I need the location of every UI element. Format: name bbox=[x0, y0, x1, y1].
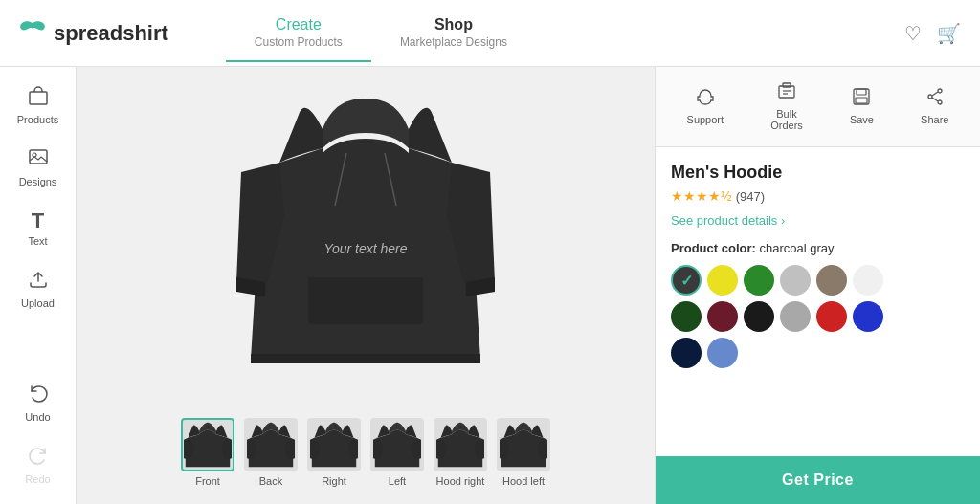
logo: spreadshirt bbox=[19, 19, 168, 48]
thumb-image-4 bbox=[434, 418, 487, 471]
color-swatch-green[interactable] bbox=[744, 265, 774, 296]
thumbnail-left[interactable]: Left bbox=[370, 418, 424, 487]
panel-content: Men's Hoodie ★★★★½ (947) See product det… bbox=[656, 147, 980, 456]
sidebar-item-redo[interactable]: Redo bbox=[0, 436, 76, 494]
products-icon bbox=[28, 86, 49, 110]
tab-shop[interactable]: Shop Marketplace Designs bbox=[371, 5, 536, 62]
undo-icon bbox=[28, 383, 49, 407]
share-button[interactable]: Share bbox=[911, 84, 958, 129]
cart-icon[interactable]: 🛒 bbox=[937, 22, 961, 45]
thumbnails: Front Back Right Left bbox=[166, 410, 566, 494]
header-actions: ♡ 🛒 bbox=[904, 22, 961, 45]
main-layout: Products Designs T Text Upl bbox=[0, 67, 980, 504]
color-swatch-charcoal-gray[interactable]: ✓ bbox=[671, 265, 702, 296]
review-count: (947) bbox=[736, 189, 765, 204]
svg-rect-6 bbox=[779, 86, 794, 98]
upload-icon bbox=[28, 270, 49, 294]
color-swatch-yellow[interactable] bbox=[707, 265, 738, 296]
share-label: Share bbox=[921, 114, 948, 125]
thumbnail-right[interactable]: Right bbox=[307, 418, 361, 487]
color-grid: ✓ bbox=[671, 265, 965, 368]
wishlist-icon[interactable]: ♡ bbox=[904, 22, 922, 45]
support-button[interactable]: Support bbox=[678, 84, 734, 129]
svg-rect-7 bbox=[783, 83, 791, 87]
color-swatch-light-gray[interactable] bbox=[780, 265, 811, 296]
color-swatch-red[interactable] bbox=[816, 301, 847, 332]
share-icon bbox=[925, 88, 945, 110]
support-label: Support bbox=[687, 114, 724, 125]
designs-label: Designs bbox=[19, 176, 57, 187]
color-swatch-white[interactable] bbox=[853, 265, 883, 296]
text-icon: T bbox=[32, 210, 44, 231]
save-label: Save bbox=[850, 114, 874, 125]
designs-icon bbox=[28, 148, 49, 172]
bulk-orders-button[interactable]: BulkOrders bbox=[761, 78, 813, 135]
redo-icon bbox=[28, 446, 49, 470]
canvas-area: Your text here Front Back Right bbox=[77, 67, 655, 504]
create-tab-main: Create bbox=[276, 16, 322, 33]
thumbnail-hood-right[interactable]: Hood right bbox=[434, 418, 487, 487]
undo-label: Undo bbox=[25, 411, 50, 423]
stars-row: ★★★★½ (947) bbox=[671, 188, 965, 204]
products-label: Products bbox=[17, 114, 58, 125]
sidebar-item-products[interactable]: Products bbox=[0, 77, 76, 135]
sidebar-item-designs[interactable]: Designs bbox=[0, 139, 76, 197]
thumbnail-hood-left[interactable]: Hood left bbox=[497, 418, 550, 487]
logo-icon bbox=[19, 19, 46, 48]
header: spreadshirt Create Custom Products Shop … bbox=[0, 0, 980, 67]
star-rating: ★★★★½ bbox=[671, 188, 732, 204]
svg-line-17 bbox=[932, 98, 938, 101]
nav-tabs: Create Custom Products Shop Marketplace … bbox=[226, 5, 536, 62]
see-details-link[interactable]: See product details › bbox=[671, 213, 785, 228]
right-panel: Support BulkOrders bbox=[655, 67, 980, 504]
svg-line-16 bbox=[932, 92, 938, 96]
thumb-image-3 bbox=[370, 418, 424, 471]
sidebar: Products Designs T Text Upl bbox=[0, 67, 77, 504]
color-swatch-medium-blue[interactable] bbox=[707, 338, 738, 368]
color-label: Product color: charcoal gray bbox=[671, 241, 965, 255]
svg-rect-1 bbox=[30, 150, 47, 164]
svg-point-13 bbox=[938, 89, 942, 93]
thumb-label-1: Back bbox=[259, 475, 282, 487]
thumb-label-4: Hood right bbox=[436, 475, 485, 487]
color-swatch-black[interactable] bbox=[744, 301, 774, 332]
upload-label: Upload bbox=[21, 297, 55, 309]
save-button[interactable]: Save bbox=[840, 84, 883, 129]
shop-tab-sub: Marketplace Designs bbox=[400, 35, 507, 49]
sidebar-item-text[interactable]: T Text bbox=[0, 201, 76, 256]
svg-rect-11 bbox=[857, 89, 866, 95]
svg-rect-0 bbox=[30, 92, 47, 104]
bulk-orders-label: BulkOrders bbox=[770, 108, 803, 131]
color-name: charcoal gray bbox=[759, 241, 834, 255]
sidebar-item-upload[interactable]: Upload bbox=[0, 260, 76, 318]
sidebar-bottom: Undo Redo bbox=[0, 374, 76, 504]
thumb-image-5 bbox=[497, 418, 550, 471]
color-swatch-maroon[interactable] bbox=[707, 301, 738, 332]
svg-rect-12 bbox=[856, 98, 867, 103]
product-title: Men's Hoodie bbox=[671, 163, 965, 183]
thumb-label-0: Front bbox=[195, 475, 220, 487]
support-icon bbox=[696, 88, 715, 110]
sidebar-item-undo[interactable]: Undo bbox=[0, 374, 76, 432]
color-swatch-royal-blue[interactable] bbox=[853, 301, 883, 332]
color-swatch-gray[interactable] bbox=[780, 301, 811, 332]
thumb-label-2: Right bbox=[322, 475, 346, 487]
thumb-image-0 bbox=[181, 418, 234, 471]
color-swatch-dark-green[interactable] bbox=[671, 301, 702, 332]
create-tab-sub: Custom Products bbox=[255, 35, 343, 49]
bulk-orders-icon bbox=[777, 82, 796, 104]
svg-point-14 bbox=[938, 100, 942, 104]
thumb-image-2 bbox=[307, 418, 361, 471]
thumb-image-1 bbox=[244, 418, 298, 471]
get-price-button[interactable]: Get Price bbox=[656, 456, 980, 504]
svg-text:Your text here: Your text here bbox=[323, 241, 407, 256]
product-image: Your text here bbox=[232, 91, 500, 387]
color-swatch-khaki[interactable] bbox=[816, 265, 847, 296]
text-label: Text bbox=[28, 235, 47, 247]
thumbnail-front[interactable]: Front bbox=[181, 418, 234, 487]
thumb-label-5: Hood left bbox=[502, 475, 545, 487]
tab-create[interactable]: Create Custom Products bbox=[226, 5, 371, 62]
thumbnail-back[interactable]: Back bbox=[244, 418, 298, 487]
save-icon bbox=[852, 88, 871, 110]
color-swatch-navy[interactable] bbox=[671, 338, 702, 368]
